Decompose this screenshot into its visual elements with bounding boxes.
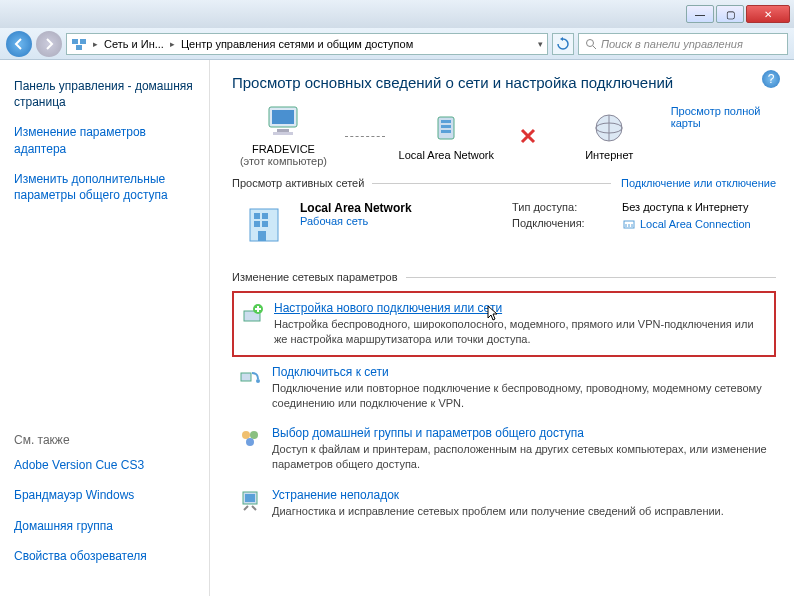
work-network-icon [240,201,288,249]
svg-rect-21 [258,231,266,241]
change-settings-header: Изменение сетевых параметров [232,271,776,283]
active-network-row: Local Area Network Рабочая сеть Тип дост… [232,197,776,261]
breadcrumb-arrow-icon: ▸ [170,39,175,49]
netmap-node-pc[interactable]: FRADEVICE (этот компьютер) [232,105,335,167]
task-title-link[interactable]: Подключиться к сети [272,365,770,379]
window-titlebar: — ▢ ✕ [0,0,794,28]
svg-point-30 [242,431,250,439]
help-icon[interactable]: ? [762,70,780,88]
network-name: Local Area Network [300,201,500,215]
svg-rect-8 [273,132,293,135]
network-icon [426,111,466,145]
network-type-link[interactable]: Рабочая сеть [300,215,500,227]
troubleshoot-icon [238,488,262,512]
connect-icon [238,365,262,389]
sidebar-related-firewall[interactable]: Брандмауэр Windows [14,487,195,503]
netmap-node-internet[interactable]: Интернет [558,111,661,161]
see-also-heading: См. также [14,433,195,447]
computer-icon [263,105,303,139]
svg-rect-18 [262,213,268,219]
svg-rect-28 [241,373,251,381]
task-description: Подключение или повторное подключение к … [272,381,770,411]
forward-button[interactable] [36,31,62,57]
breadcrumb-arrow-icon: ▸ [93,39,98,49]
svg-rect-7 [277,129,289,132]
connect-disconnect-link[interactable]: Подключение или отключение [621,177,776,189]
connection-link[interactable]: Local Area Connection [622,217,768,231]
node-sublabel: (этот компьютер) [240,155,327,167]
search-icon [585,38,597,50]
sidebar-related-adobe[interactable]: Adobe Version Cue CS3 [14,457,195,473]
breadcrumb-segment[interactable]: Центр управления сетями и общим доступом [181,38,413,50]
node-label: Интернет [585,149,633,161]
svg-rect-1 [80,39,86,44]
close-button[interactable]: ✕ [746,5,790,23]
connections-label: Подключения: [512,217,622,231]
svg-rect-20 [262,221,268,227]
svg-line-4 [593,46,596,49]
task-description: Доступ к файлам и принтерам, расположенн… [272,442,770,472]
x-icon [519,127,537,145]
svg-point-32 [246,438,254,446]
task-title-link[interactable]: Выбор домашней группы и параметров общег… [272,426,770,440]
main-content: ? Просмотр основных сведений о сети и на… [210,60,794,596]
homegroup-icon [238,426,262,450]
network-center-icon [71,36,87,52]
refresh-button[interactable] [552,33,574,55]
globe-icon [589,111,629,145]
netmap-node-lan[interactable]: Local Area Network [395,111,498,161]
maximize-button[interactable]: ▢ [716,5,744,23]
task-new-connection[interactable]: Настройка нового подключения или сети На… [232,291,776,357]
svg-rect-11 [441,125,451,128]
node-label: FRADEVICE [252,143,315,155]
breadcrumb-segment[interactable]: Сеть и Ин... [104,38,164,50]
minimize-button[interactable]: — [686,5,714,23]
sidebar: Панель управления - домашняя страница Из… [0,60,210,596]
view-full-map-link[interactable]: Просмотр полной карты [671,105,776,129]
ethernet-icon [622,217,636,231]
svg-rect-2 [76,45,82,50]
sidebar-adapter-settings[interactable]: Изменение параметров адаптера [14,124,195,156]
page-title: Просмотр основных сведений о сети и наст… [232,74,776,91]
task-description: Настройка беспроводного, широкополосного… [274,317,768,347]
svg-rect-10 [441,120,451,123]
svg-rect-6 [272,110,294,124]
access-type-label: Тип доступа: [512,201,622,213]
back-button[interactable] [6,31,32,57]
task-title-link[interactable]: Настройка нового подключения или сети [274,301,768,315]
svg-rect-0 [72,39,78,44]
connection-line [345,136,385,137]
sidebar-related-homegroup[interactable]: Домашняя группа [14,518,195,534]
svg-rect-19 [254,221,260,227]
task-homegroup[interactable]: Выбор домашней группы и параметров общег… [232,418,776,480]
sidebar-home-link[interactable]: Панель управления - домашняя страница [14,78,195,110]
svg-point-3 [587,39,594,46]
access-type-value: Без доступа к Интернету [622,201,768,213]
task-list: Настройка нового подключения или сети На… [232,291,776,527]
sidebar-sharing-settings[interactable]: Изменить дополнительные параметры общего… [14,171,195,203]
task-description: Диагностика и исправление сетевых пробле… [272,504,770,519]
svg-point-29 [256,379,260,383]
task-connect-network[interactable]: Подключиться к сети Подключение или повт… [232,357,776,419]
sidebar-related-browser[interactable]: Свойства обозревателя [14,548,195,564]
new-connection-icon [240,301,264,325]
task-troubleshoot[interactable]: Устранение неполадок Диагностика и испра… [232,480,776,527]
svg-rect-34 [245,494,255,502]
nav-toolbar: ▸ Сеть и Ин... ▸ Центр управления сетями… [0,28,794,60]
network-map: FRADEVICE (этот компьютер) Local Area Ne… [232,105,776,167]
search-input[interactable]: Поиск в панели управления [578,33,788,55]
task-title-link[interactable]: Устранение неполадок [272,488,770,502]
svg-rect-12 [441,130,451,133]
address-bar[interactable]: ▸ Сеть и Ин... ▸ Центр управления сетями… [66,33,548,55]
svg-point-31 [250,431,258,439]
dropdown-icon[interactable]: ▾ [538,39,543,49]
svg-rect-17 [254,213,260,219]
node-label: Local Area Network [399,149,494,161]
active-networks-header: Просмотр активных сетей Подключение или … [232,177,776,189]
search-placeholder: Поиск в панели управления [601,38,743,50]
